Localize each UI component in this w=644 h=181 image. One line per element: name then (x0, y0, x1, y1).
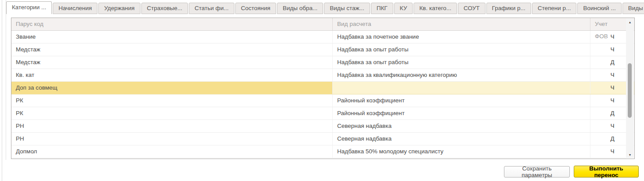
table-row[interactable]: РК Районный коэффициент Ч (11, 94, 634, 107)
table-body: Звание Надбавка за почетное звание Ч Мед… (11, 31, 634, 159)
cell-parus-code[interactable]: РК (11, 107, 333, 119)
column-header-parus-code[interactable]: Парус код (11, 18, 333, 30)
cell-calc-type[interactable]: Надбавка за квалификационную категорию (333, 69, 590, 81)
tab[interactable]: Начисления (53, 3, 97, 14)
cell-calc-type[interactable]: Северная надбавка (333, 120, 590, 132)
cell-parus-code[interactable]: Допмол (11, 145, 333, 158)
column-header-calc-type[interactable]: Вид расчета (333, 18, 590, 30)
tab-label: Категории ... (12, 4, 46, 11)
tab-label: ПКГ (377, 5, 388, 11)
tab[interactable]: Состояния (235, 3, 276, 14)
table-row[interactable]: РК Районный коэффициент Д (11, 107, 634, 120)
mapping-table-panel: Парус код Вид расчета Учет ФОВ Звание На… (11, 18, 635, 159)
tab-label: Воинский ... (583, 5, 615, 11)
tab-label: Степени р... (538, 5, 571, 11)
cell-calc-type[interactable]: Северная надбавка (333, 133, 590, 145)
tab-label: КУ (400, 5, 407, 11)
cell-calc-type[interactable]: Надбавка за опыт работы (333, 56, 590, 69)
tab-label: Состояния (241, 5, 270, 11)
table-row[interactable]: Медстаж Надбавка за опыт работы Ч (11, 43, 634, 56)
cell-parus-code[interactable]: Кв. кат (11, 69, 333, 81)
tab-label: Виды отпу... (628, 5, 644, 11)
table-row[interactable]: Медстаж Надбавка за опыт работы Д (11, 56, 634, 69)
tab[interactable]: Виды отпу... (622, 3, 644, 14)
cell-calc-type[interactable] (333, 82, 590, 94)
tab-label: Кв. катего... (419, 5, 451, 11)
tab[interactable]: Статьи фи... (189, 3, 234, 14)
table-header-row: Парус код Вид расчета Учет ФОВ (11, 18, 634, 31)
table-row[interactable]: Допмол Надбавка 50% молодому специалисту… (11, 145, 634, 158)
cell-calc-type[interactable]: Районный коэффициент (333, 94, 590, 107)
table-row[interactable]: Звание Надбавка за почетное звание Ч (11, 31, 634, 43)
scroll-down-button[interactable]: ▼ (626, 151, 634, 158)
tab-label: Статьи фи... (194, 5, 228, 11)
vertical-scrollbar[interactable]: ▲ ▼ (626, 18, 634, 158)
cell-parus-code[interactable]: Доп за совмещ (11, 82, 333, 94)
tab-active[interactable]: Категории ... (6, 1, 52, 14)
tab-label: Начисления (58, 5, 92, 11)
execute-transfer-button[interactable]: Выполнить перенос (574, 166, 639, 177)
cell-parus-code[interactable]: Медстаж (11, 43, 333, 56)
table-row[interactable]: РН Северная надбавка Д (11, 133, 634, 145)
tab-label: Графики р... (492, 5, 525, 11)
cell-parus-code[interactable]: РН (11, 120, 333, 132)
cell-parus-code[interactable]: Медстаж (11, 56, 333, 69)
column-header-uchet-fov[interactable]: Учет ФОВ (590, 18, 626, 30)
tab[interactable]: СОУТ (458, 3, 485, 14)
tab[interactable]: Воинский ... (577, 3, 621, 14)
tab[interactable]: КУ (394, 3, 413, 14)
tab-label: Виды обра... (283, 5, 317, 11)
tab[interactable]: Виды обра... (277, 3, 323, 14)
tab[interactable]: Кв. катего... (414, 3, 457, 14)
table-row[interactable]: Кв. кат Надбавка за квалификационную кат… (11, 69, 634, 82)
tab-label: Удержания (104, 5, 134, 11)
cell-parus-code[interactable]: Звание (11, 31, 333, 43)
scrollbar-track[interactable] (626, 25, 634, 151)
scroll-up-button[interactable]: ▲ (626, 18, 634, 25)
tab-label: Виды стаж... (330, 5, 364, 11)
tab-label: СОУТ (464, 5, 479, 11)
triangle-up-icon: ▲ (629, 21, 632, 24)
table-row[interactable]: РН Северная надбавка Ч (11, 120, 634, 133)
tab[interactable]: Виды стаж... (324, 3, 370, 14)
cell-parus-code[interactable]: РК (11, 94, 333, 107)
cell-calc-type[interactable]: Районный коэффициент (333, 107, 590, 119)
tab[interactable]: Графики р... (486, 3, 531, 14)
tab[interactable]: Степени р... (532, 3, 577, 14)
window-edge-line (2, 0, 2, 181)
save-parameters-button[interactable]: Сохранить параметры (504, 166, 570, 177)
cell-parus-code[interactable]: РН (11, 133, 333, 145)
tab-label: Страховые... (147, 5, 183, 11)
triangle-down-icon: ▼ (629, 153, 632, 156)
tab[interactable]: Страховые... (141, 3, 188, 14)
cell-calc-type[interactable]: Надбавка за опыт работы (333, 43, 590, 56)
tab[interactable]: Удержания (98, 3, 140, 14)
panel-edge-line (6, 0, 6, 160)
cell-calc-type[interactable]: Надбавка 50% молодому специалисту (333, 145, 590, 158)
tab[interactable]: ПКГ (371, 3, 393, 14)
table-row[interactable]: Доп за совмещ Ч (11, 82, 634, 94)
scrollbar-thumb[interactable] (628, 63, 632, 118)
cell-calc-type[interactable]: Надбавка за почетное звание (333, 31, 590, 43)
tab-bar: Категории ... Начисления Удержания Страх… (6, 1, 644, 14)
